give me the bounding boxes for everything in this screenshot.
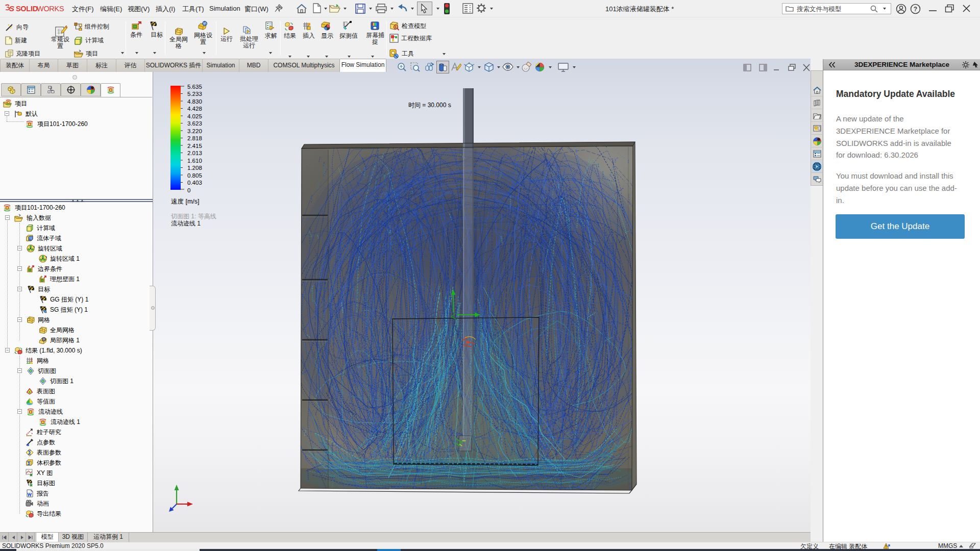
svg-text:S: S: [9, 4, 14, 13]
svg-text:WORKS: WORKS: [37, 5, 64, 13]
svg-text:?: ?: [914, 6, 917, 13]
svg-text:SOLID: SOLID: [16, 5, 38, 13]
